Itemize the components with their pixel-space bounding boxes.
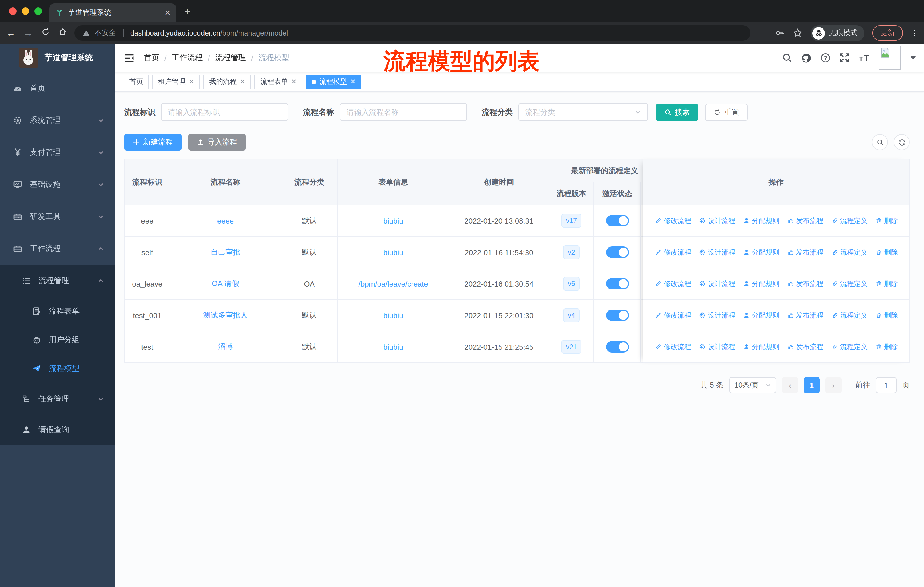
sidebar-item-process-mgmt[interactable]: 流程管理 [0, 265, 115, 297]
process-name-link[interactable]: 滔博 [218, 342, 233, 352]
active-state-toggle[interactable] [606, 309, 629, 321]
sidebar-item-infra[interactable]: 基础设施 [0, 169, 115, 201]
version-badge[interactable]: v21 [561, 340, 582, 354]
breadcrumb-workflow[interactable]: 工作流程 [172, 53, 203, 63]
assign-rule-action[interactable]: 分配规则 [743, 216, 779, 226]
edit-process-action[interactable]: 修改流程 [655, 247, 691, 257]
version-badge[interactable]: v17 [561, 214, 582, 228]
window-controls[interactable] [9, 7, 42, 15]
sidebar-item-payment[interactable]: 支付管理 [0, 136, 115, 169]
avatar-caret-icon[interactable] [910, 56, 916, 60]
delete-action[interactable]: 删除 [875, 279, 898, 289]
collapse-sidebar-icon[interactable] [124, 53, 135, 63]
process-definition-action[interactable]: 流程定义 [831, 216, 868, 226]
tag-process-form[interactable]: 流程表单✕ [255, 74, 302, 89]
refresh-table-button[interactable] [894, 134, 910, 150]
tab-close-icon[interactable]: ✕ [164, 8, 171, 17]
design-process-action[interactable]: 设计流程 [699, 311, 735, 320]
assign-rule-action[interactable]: 分配规则 [743, 342, 779, 352]
assign-rule-action[interactable]: 分配规则 [743, 311, 779, 320]
edit-process-action[interactable]: 修改流程 [655, 216, 691, 226]
process-name-link[interactable]: 自己审批 [211, 247, 240, 257]
form-info-link[interactable]: biubiu [383, 217, 403, 225]
create-process-button[interactable]: 新建流程 [124, 134, 182, 151]
goto-page-input[interactable] [876, 377, 896, 393]
process-category-select[interactable]: 流程分类 [518, 103, 648, 121]
assign-rule-action[interactable]: 分配规则 [743, 279, 779, 289]
sidebar-item-home[interactable]: 首页 [0, 72, 115, 104]
form-info-link[interactable]: /bpm/oa/leave/create [359, 279, 428, 288]
avatar[interactable] [879, 46, 901, 70]
sidebar-item-user-group[interactable]: 用户分组 [0, 326, 115, 354]
delete-action[interactable]: 删除 [875, 247, 898, 257]
current-page-button[interactable]: 1 [804, 377, 820, 393]
sidebar-item-devtools[interactable]: 研发工具 [0, 201, 115, 233]
sidebar-item-process-model[interactable]: 流程模型 [0, 354, 115, 383]
breadcrumb-process-mgmt[interactable]: 流程管理 [215, 53, 246, 63]
version-badge[interactable]: v5 [563, 277, 579, 291]
next-page-button[interactable]: › [825, 377, 842, 393]
publish-process-action[interactable]: 发布流程 [787, 247, 823, 257]
minimize-window-button[interactable] [22, 7, 29, 15]
back-icon[interactable]: ← [6, 28, 16, 38]
publish-process-action[interactable]: 发布流程 [787, 311, 823, 320]
close-icon[interactable]: ✕ [350, 78, 355, 85]
publish-process-action[interactable]: 发布流程 [787, 342, 823, 352]
edit-process-action[interactable]: 修改流程 [655, 342, 691, 352]
tag-tenant[interactable]: 租户管理✕ [152, 74, 200, 89]
version-badge[interactable]: v4 [563, 308, 579, 322]
sidebar-item-system[interactable]: 系统管理 [0, 104, 115, 136]
github-icon[interactable] [801, 53, 812, 63]
active-state-toggle[interactable] [606, 278, 629, 289]
active-state-toggle[interactable] [606, 341, 629, 352]
assign-rule-action[interactable]: 分配规则 [743, 247, 779, 257]
tag-my-process[interactable]: 我的流程✕ [203, 74, 251, 89]
browser-tab[interactable]: 芋道管理系统 ✕ [49, 3, 177, 22]
search-button[interactable]: 搜索 [656, 104, 698, 121]
sidebar-item-process-form[interactable]: 流程表单 [0, 297, 115, 326]
toggle-search-button[interactable] [872, 134, 888, 150]
close-icon[interactable]: ✕ [189, 78, 194, 85]
process-definition-action[interactable]: 流程定义 [831, 311, 868, 320]
page-size-select[interactable]: 10条/页 [729, 377, 776, 393]
process-name-link[interactable]: OA 请假 [212, 279, 239, 289]
help-icon[interactable]: ? [820, 53, 831, 63]
security-label[interactable]: 不安全 [94, 28, 116, 38]
sidebar-item-workflow[interactable]: 工作流程 [0, 233, 115, 265]
form-info-link[interactable]: biubiu [383, 342, 403, 351]
forward-icon[interactable]: → [23, 28, 33, 38]
app-logo[interactable]: 芋道管理系统 [0, 43, 115, 72]
process-name-link[interactable]: 测试多审批人 [203, 310, 248, 321]
delete-action[interactable]: 删除 [875, 311, 898, 320]
sidebar-item-task-mgmt[interactable]: 任务管理 [0, 383, 115, 415]
edit-process-action[interactable]: 修改流程 [655, 279, 691, 289]
key-icon[interactable] [775, 28, 785, 38]
close-icon[interactable]: ✕ [291, 78, 297, 85]
version-badge[interactable]: v2 [563, 245, 579, 259]
browser-menu-icon[interactable]: ⋮ [911, 29, 918, 37]
close-icon[interactable]: ✕ [240, 78, 245, 85]
design-process-action[interactable]: 设计流程 [699, 279, 735, 289]
fullscreen-icon[interactable] [839, 53, 850, 63]
sidebar-item-leave-query[interactable]: 请假查询 [0, 415, 115, 445]
process-definition-action[interactable]: 流程定义 [831, 279, 868, 289]
publish-process-action[interactable]: 发布流程 [787, 216, 823, 226]
update-button[interactable]: 更新 [873, 25, 903, 41]
home-icon[interactable] [57, 28, 68, 38]
edit-process-action[interactable]: 修改流程 [655, 311, 691, 320]
active-state-toggle[interactable] [606, 215, 629, 227]
publish-process-action[interactable]: 发布流程 [787, 279, 823, 289]
close-window-button[interactable] [9, 7, 16, 15]
breadcrumb-home[interactable]: 首页 [144, 53, 159, 63]
tag-home[interactable]: 首页 [124, 74, 149, 89]
search-icon[interactable] [782, 53, 792, 63]
process-name-input[interactable] [340, 103, 467, 121]
tag-process-model[interactable]: 流程模型✕ [305, 74, 361, 89]
process-definition-action[interactable]: 流程定义 [831, 247, 868, 257]
reload-icon[interactable] [40, 28, 50, 38]
design-process-action[interactable]: 设计流程 [699, 247, 735, 257]
bookmark-star-icon[interactable] [793, 28, 803, 38]
import-process-button[interactable]: 导入流程 [188, 134, 246, 151]
process-definition-action[interactable]: 流程定义 [831, 342, 868, 352]
address-field[interactable]: 不安全 dashboard.yudao.iocoder.cn/bpm/manag… [74, 25, 751, 41]
